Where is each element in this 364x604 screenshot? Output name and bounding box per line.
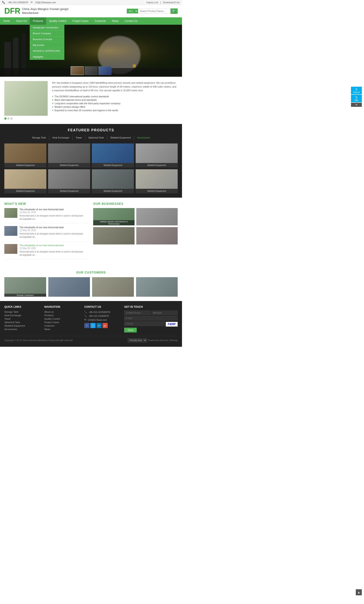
news-title-2[interactable]: The introduetin of our new Horizontal ta…	[20, 226, 89, 229]
social-twitter[interactable]: t	[90, 323, 96, 328]
product-item-1[interactable]: Skidded Equipment	[4, 143, 46, 167]
social-googleplus[interactable]: g+	[102, 323, 108, 328]
product-image-1	[4, 143, 46, 163]
customer-item-2[interactable]	[48, 277, 90, 297]
news-excerpt-3: Horizontal tank is an elongate vessel wh…	[20, 250, 89, 257]
hero-thumb-1[interactable]	[71, 66, 84, 75]
hero-thumb-3[interactable]	[98, 66, 111, 75]
main-nav: Home About Us Products Headquater Introd…	[0, 17, 182, 25]
nav-project-cases[interactable]: Project Cases	[69, 17, 92, 25]
tab-storage-tank[interactable]: Storage Tank	[29, 135, 50, 140]
nav-products[interactable]: Products	[30, 17, 46, 25]
footer-nav-customer[interactable]: Customer	[44, 325, 80, 327]
nav-news[interactable]: News	[109, 17, 122, 25]
footer-link-storage-tank[interactable]: Storage Tank	[4, 311, 40, 313]
product-image-8	[136, 169, 178, 189]
email-icon: ✉	[31, 1, 33, 4]
footer-grid: QUICK LINKS Storage Tank Heat Exchanger …	[4, 305, 178, 332]
biz-item-1[interactable]: Inhibitor injection skid devices in Turk…	[93, 208, 135, 225]
footer-nav-products[interactable]: Products	[44, 314, 80, 317]
logo-text: China Jiuyu Wangluo Yuoxian gongsi Manuf…	[22, 7, 68, 15]
footer-nav-news[interactable]: News	[44, 328, 80, 330]
email-input[interactable]	[124, 316, 178, 321]
product-item-6[interactable]: Skidded Equipment	[48, 169, 90, 193]
tab-spherical-tank[interactable]: Spherical Tank	[85, 135, 107, 140]
hero-thumb-2[interactable]	[85, 66, 98, 75]
inquiry-list-link[interactable]: Inquiry List	[147, 1, 158, 4]
tab-heat-exchanger[interactable]: Heat Exchanger	[49, 135, 73, 140]
form-row-1	[124, 311, 178, 316]
product-item-7[interactable]: Skidded Equipment	[92, 169, 134, 193]
tab-skidded-equipment[interactable]: Skidded Equipment	[107, 135, 134, 140]
friendly-links-select[interactable]: Friendly links	[128, 338, 147, 342]
footer-link-tower[interactable]: Tower	[4, 317, 40, 320]
dropdown-item-highlights[interactable]: Highlights	[30, 54, 64, 60]
logo: DFR China Jiuyu Wangluo Yuoxian gongsi M…	[4, 7, 68, 16]
product-grid: Skidded Equipment Skidded Equipment Skid…	[4, 143, 178, 193]
about-dot-1[interactable]	[4, 117, 7, 120]
footer-link-spherical-tank[interactable]: Spherical Tank	[4, 321, 40, 324]
nav-home[interactable]: Home	[0, 17, 13, 25]
search-button[interactable]: 🔍	[171, 8, 178, 14]
news-title-3[interactable]: The introduetin of our new Horizontal ta…	[20, 244, 89, 247]
country-input[interactable]	[124, 321, 165, 326]
tab-tower[interactable]: Tower	[73, 135, 85, 140]
biz-item-3[interactable]	[93, 227, 135, 244]
friendly-links: Friendly links Powered by Raumod | Sitem…	[128, 338, 178, 342]
product-item-2[interactable]: Skidded Equipment	[48, 143, 90, 167]
about-dot-3[interactable]	[10, 117, 13, 120]
nav-customer[interactable]: Customer	[92, 17, 109, 25]
customer-item-3[interactable]	[92, 277, 134, 297]
search-input[interactable]	[138, 9, 171, 13]
product-item-3[interactable]: Skidded Equipment	[92, 143, 134, 167]
footer-nav-project[interactable]: Project Cases	[44, 321, 80, 324]
footer-link-accessories[interactable]: Accessories	[4, 328, 40, 330]
dropdown-item-branch[interactable]: Branch Company	[30, 31, 64, 37]
footer-quick-links: QUICK LINKS Storage Tank Heat Exchanger …	[4, 305, 40, 332]
biz-item-2[interactable]	[136, 208, 178, 225]
product-item-4[interactable]: Skidded Equipment	[136, 143, 178, 167]
copyright-text: Copyright © Jiu Yu Petro-chemical Machin…	[4, 339, 73, 341]
footer-link-skidded[interactable]: Skidded Equipment	[4, 325, 40, 327]
social-linkedin[interactable]: in	[96, 323, 102, 328]
nav-quality-control[interactable]: Quality Control	[46, 17, 69, 25]
about-features-list: The ISO9001 international quality contro…	[52, 95, 178, 112]
social-icons: f t in g+	[84, 323, 120, 328]
customer-item-4[interactable]	[136, 277, 178, 297]
footer-nav-quality[interactable]: Quality Control	[44, 317, 80, 320]
customer-item-1[interactable]: Russian Customers	[4, 277, 46, 297]
send-button[interactable]: Send	[124, 328, 137, 332]
product-item-5[interactable]: Skidded Equipment	[4, 169, 46, 193]
email2-icon: ✉	[84, 318, 86, 321]
phone2-icon: 📞	[84, 315, 87, 317]
footer-link-heat-exchanger[interactable]: Heat Exchanger	[4, 314, 40, 317]
news-title-1[interactable]: The introduetin of our new Horizontal ta…	[20, 208, 89, 211]
product-item-8[interactable]: Skidded Equipment	[136, 169, 178, 193]
tab-accessories[interactable]: Accessories	[134, 135, 153, 140]
social-facebook[interactable]: f	[84, 323, 89, 328]
footer: QUICK LINKS Storage Tank Heat Exchanger …	[0, 301, 182, 347]
biz-caption-1: Inhibitor injection skid devices in Turk…	[93, 220, 135, 225]
product-label-3: Skidded Equipment	[92, 163, 134, 167]
biz-item-4[interactable]	[136, 227, 178, 244]
message-input[interactable]	[151, 311, 178, 315]
customers-grid: Russian Customers	[4, 277, 178, 297]
customer-image-3	[92, 277, 134, 297]
about-dot-2[interactable]	[7, 117, 10, 120]
logo-dfr[interactable]: DFR	[4, 7, 20, 16]
download-etoc-link[interactable]: Download E-toc	[163, 1, 180, 4]
dropdown-item-honor[interactable]: HONOR & CERTIFICATE	[30, 48, 64, 54]
navigation-title: NAVIGATION	[44, 305, 80, 308]
dropdown-item-events[interactable]: Big Events	[30, 42, 64, 48]
product-label-6: Skidded Equipment	[48, 189, 90, 193]
contact-person-input[interactable]	[124, 311, 150, 315]
nav-contact-us[interactable]: Contact Us	[122, 17, 140, 25]
dropdown-item-business[interactable]: Business Concept	[30, 37, 64, 42]
news-content-2: The introduetin of our new Horizontal ta…	[20, 226, 89, 239]
search-category-select[interactable]: ALL	[127, 9, 138, 13]
dropdown-item-headquater[interactable]: Headquater Introduction	[30, 25, 64, 31]
footer-nav-about[interactable]: About us	[44, 311, 80, 313]
news-date-3: 🕐 May 28, 2015	[20, 247, 89, 250]
product-label-2: Skidded Equipment	[48, 163, 90, 167]
nav-about-us[interactable]: About Us	[13, 17, 30, 25]
